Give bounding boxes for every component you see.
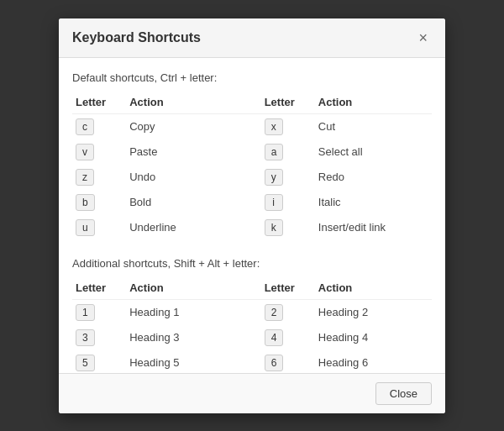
additional-shortcut-row: 1 Heading 1 2 Heading 2 <box>72 299 432 325</box>
col-letter-header-4: Letter <box>261 278 315 300</box>
col-action-header-4: Action <box>315 278 432 300</box>
default-shortcut-row: c Copy x Cut <box>72 113 432 139</box>
section2-label: Additional shortcuts, Shift + Alt + lett… <box>72 257 432 270</box>
shortcut-action: Select all <box>315 139 432 165</box>
keyboard-shortcuts-modal: Keyboard Shortcuts × Default shortcuts, … <box>59 18 445 413</box>
default-shortcuts-table: Letter Action Letter Action c Copy x Cut… <box>72 92 432 240</box>
modal-body: Default shortcuts, Ctrl + letter: Letter… <box>59 58 445 373</box>
col-letter-header-2: Letter <box>261 92 315 114</box>
key-badge: 1 <box>76 304 95 321</box>
col-action-header-1: Action <box>126 92 243 114</box>
section1-label: Default shortcuts, Ctrl + letter: <box>72 71 432 84</box>
close-x-button[interactable]: × <box>414 29 432 47</box>
shortcut-action: Heading 1 <box>126 299 243 325</box>
key-badge: c <box>76 118 94 135</box>
modal-footer: Close <box>59 373 445 413</box>
key-badge: a <box>265 144 284 160</box>
key-badge: 3 <box>76 329 95 346</box>
key-badge: k <box>265 219 283 236</box>
default-shortcut-row: u Underline k Insert/edit link <box>72 215 432 240</box>
key-badge: v <box>76 144 94 160</box>
col-action-header-3: Action <box>126 278 243 300</box>
key-badge: 6 <box>265 355 284 371</box>
key-badge: x <box>265 118 283 135</box>
shortcut-action: Insert/edit link <box>315 215 432 240</box>
key-badge: 5 <box>76 355 95 371</box>
col-action-header-2: Action <box>315 92 432 114</box>
default-shortcut-row: b Bold i Italic <box>72 190 432 215</box>
modal-title: Keyboard Shortcuts <box>72 30 201 45</box>
key-badge: 2 <box>265 304 284 321</box>
shortcut-action: Undo <box>126 165 243 190</box>
shortcut-action: Copy <box>126 113 243 139</box>
default-shortcut-row: v Paste a Select all <box>72 139 432 165</box>
shortcut-action: Italic <box>315 190 432 215</box>
additional-shortcuts-table: Letter Action Letter Action 1 Heading 1 … <box>72 278 432 373</box>
col-letter-header-3: Letter <box>72 278 126 300</box>
shortcut-action: Cut <box>315 113 432 139</box>
shortcut-action: Heading 6 <box>315 350 432 373</box>
key-badge: u <box>76 219 95 236</box>
default-shortcut-row: z Undo y Redo <box>72 165 432 190</box>
shortcut-action: Bold <box>126 190 243 215</box>
shortcut-action: Redo <box>315 165 432 190</box>
shortcut-action: Heading 3 <box>126 325 243 350</box>
modal-header: Keyboard Shortcuts × <box>59 18 445 58</box>
shortcut-action: Heading 5 <box>126 350 243 373</box>
col-letter-header-1: Letter <box>72 92 126 114</box>
shortcut-action: Heading 4 <box>315 325 432 350</box>
key-badge: 4 <box>265 329 284 346</box>
key-badge: z <box>76 169 94 186</box>
shortcut-action: Paste <box>126 139 243 165</box>
key-badge: i <box>265 194 283 211</box>
shortcut-action: Underline <box>126 215 243 240</box>
additional-shortcut-row: 3 Heading 3 4 Heading 4 <box>72 325 432 350</box>
shortcut-action: Heading 2 <box>315 299 432 325</box>
close-button[interactable]: Close <box>375 382 432 405</box>
key-badge: y <box>265 169 283 186</box>
key-badge: b <box>76 194 95 211</box>
additional-shortcut-row: 5 Heading 5 6 Heading 6 <box>72 350 432 373</box>
